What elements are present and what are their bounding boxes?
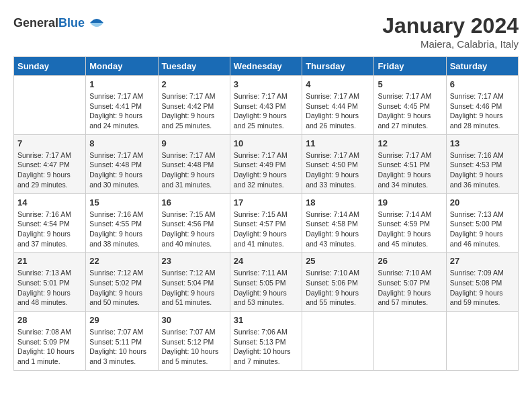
day-number: 14 <box>17 197 82 208</box>
day-cell: 11Sunrise: 7:17 AMSunset: 4:50 PMDayligh… <box>302 134 374 193</box>
day-cell: 9Sunrise: 7:17 AMSunset: 4:48 PMDaylight… <box>158 134 230 193</box>
day-number: 18 <box>306 197 370 208</box>
day-cell: 23Sunrise: 7:12 AMSunset: 5:04 PMDayligh… <box>158 253 230 312</box>
week-row-3: 14Sunrise: 7:16 AMSunset: 4:54 PMDayligh… <box>14 193 519 253</box>
column-header-saturday: Saturday <box>446 57 518 76</box>
day-info: Sunrise: 7:17 AMSunset: 4:43 PMDaylight:… <box>234 91 298 131</box>
logo-general: General <box>13 16 58 30</box>
day-info: Sunrise: 7:17 AMSunset: 4:48 PMDaylight:… <box>162 150 226 190</box>
day-cell: 31Sunrise: 7:06 AMSunset: 5:13 PMDayligh… <box>230 312 302 371</box>
day-cell: 22Sunrise: 7:12 AMSunset: 5:02 PMDayligh… <box>86 253 158 312</box>
day-number: 31 <box>234 315 298 325</box>
day-cell <box>302 312 374 371</box>
day-info: Sunrise: 7:17 AMSunset: 4:44 PMDaylight:… <box>306 91 370 131</box>
day-number: 26 <box>378 256 442 266</box>
day-cell: 1Sunrise: 7:17 AMSunset: 4:41 PMDaylight… <box>86 76 158 135</box>
day-cell: 13Sunrise: 7:16 AMSunset: 4:53 PMDayligh… <box>446 134 518 193</box>
day-info: Sunrise: 7:07 AMSunset: 5:11 PMDaylight:… <box>89 327 154 367</box>
day-cell: 17Sunrise: 7:15 AMSunset: 4:57 PMDayligh… <box>230 193 302 253</box>
day-number: 30 <box>162 315 226 325</box>
day-cell: 5Sunrise: 7:17 AMSunset: 4:45 PMDaylight… <box>374 76 446 135</box>
day-number: 29 <box>89 315 154 325</box>
day-info: Sunrise: 7:17 AMSunset: 4:48 PMDaylight:… <box>89 150 154 190</box>
logo-blue: Blue <box>58 16 85 30</box>
day-info: Sunrise: 7:11 AMSunset: 5:05 PMDaylight:… <box>234 268 298 308</box>
day-info: Sunrise: 7:15 AMSunset: 4:57 PMDaylight:… <box>234 210 298 249</box>
week-row-2: 7Sunrise: 7:17 AMSunset: 4:47 PMDaylight… <box>14 134 519 193</box>
day-info: Sunrise: 7:17 AMSunset: 4:47 PMDaylight:… <box>17 150 82 190</box>
column-header-sunday: Sunday <box>14 57 86 76</box>
day-info: Sunrise: 7:12 AMSunset: 5:04 PMDaylight:… <box>162 268 226 308</box>
day-number: 28 <box>17 315 82 325</box>
day-cell: 3Sunrise: 7:17 AMSunset: 4:43 PMDaylight… <box>230 76 302 135</box>
day-info: Sunrise: 7:13 AMSunset: 5:01 PMDaylight:… <box>17 268 82 308</box>
day-info: Sunrise: 7:07 AMSunset: 5:12 PMDaylight:… <box>162 327 226 367</box>
day-info: Sunrise: 7:17 AMSunset: 4:45 PMDaylight:… <box>378 91 442 131</box>
column-header-thursday: Thursday <box>302 57 374 76</box>
week-row-5: 28Sunrise: 7:08 AMSunset: 5:09 PMDayligh… <box>14 312 519 371</box>
day-number: 1 <box>89 79 154 89</box>
day-info: Sunrise: 7:16 AMSunset: 4:55 PMDaylight:… <box>89 210 154 249</box>
week-row-4: 21Sunrise: 7:13 AMSunset: 5:01 PMDayligh… <box>14 253 519 312</box>
day-number: 20 <box>450 197 515 208</box>
day-cell: 2Sunrise: 7:17 AMSunset: 4:42 PMDaylight… <box>158 76 230 135</box>
column-header-friday: Friday <box>374 57 446 76</box>
day-number: 3 <box>234 79 298 89</box>
day-cell: 28Sunrise: 7:08 AMSunset: 5:09 PMDayligh… <box>14 312 86 371</box>
day-number: 24 <box>234 256 298 266</box>
day-number: 22 <box>89 256 154 266</box>
column-header-wednesday: Wednesday <box>230 57 302 76</box>
day-cell: 16Sunrise: 7:15 AMSunset: 4:56 PMDayligh… <box>158 193 230 253</box>
day-info: Sunrise: 7:17 AMSunset: 4:49 PMDaylight:… <box>234 150 298 190</box>
day-number: 15 <box>89 197 154 208</box>
day-number: 2 <box>162 79 226 89</box>
day-cell: 14Sunrise: 7:16 AMSunset: 4:54 PMDayligh… <box>14 193 86 253</box>
week-row-1: 1Sunrise: 7:17 AMSunset: 4:41 PMDaylight… <box>14 76 519 135</box>
day-info: Sunrise: 7:16 AMSunset: 4:53 PMDaylight:… <box>450 150 515 190</box>
day-info: Sunrise: 7:17 AMSunset: 4:51 PMDaylight:… <box>378 150 442 190</box>
day-number: 5 <box>378 79 442 89</box>
day-cell: 21Sunrise: 7:13 AMSunset: 5:01 PMDayligh… <box>14 253 86 312</box>
day-cell: 24Sunrise: 7:11 AMSunset: 5:05 PMDayligh… <box>230 253 302 312</box>
logo: GeneralBlue <box>13 13 106 32</box>
day-number: 19 <box>378 197 442 208</box>
day-number: 11 <box>306 138 370 148</box>
day-cell: 10Sunrise: 7:17 AMSunset: 4:49 PMDayligh… <box>230 134 302 193</box>
day-cell: 25Sunrise: 7:10 AMSunset: 5:06 PMDayligh… <box>302 253 374 312</box>
day-number: 7 <box>17 138 82 148</box>
day-cell: 15Sunrise: 7:16 AMSunset: 4:55 PMDayligh… <box>86 193 158 253</box>
column-header-monday: Monday <box>86 57 158 76</box>
day-number: 8 <box>89 138 154 148</box>
day-number: 10 <box>234 138 298 148</box>
day-info: Sunrise: 7:10 AMSunset: 5:07 PMDaylight:… <box>378 268 442 308</box>
day-number: 9 <box>162 138 226 148</box>
day-info: Sunrise: 7:17 AMSunset: 4:50 PMDaylight:… <box>306 150 370 190</box>
day-number: 12 <box>378 138 442 148</box>
day-cell: 12Sunrise: 7:17 AMSunset: 4:51 PMDayligh… <box>374 134 446 193</box>
day-info: Sunrise: 7:16 AMSunset: 4:54 PMDaylight:… <box>17 210 82 249</box>
day-number: 16 <box>162 197 226 208</box>
day-number: 23 <box>162 256 226 266</box>
day-number: 27 <box>450 256 515 266</box>
month-year: January 2024 <box>382 13 519 38</box>
day-info: Sunrise: 7:17 AMSunset: 4:42 PMDaylight:… <box>162 91 226 131</box>
day-number: 4 <box>306 79 370 89</box>
day-info: Sunrise: 7:13 AMSunset: 5:00 PMDaylight:… <box>450 210 515 249</box>
day-info: Sunrise: 7:14 AMSunset: 4:58 PMDaylight:… <box>306 210 370 249</box>
day-number: 13 <box>450 138 515 148</box>
header-row: SundayMondayTuesdayWednesdayThursdayFrid… <box>14 57 519 76</box>
day-number: 17 <box>234 197 298 208</box>
day-cell: 8Sunrise: 7:17 AMSunset: 4:48 PMDaylight… <box>86 134 158 193</box>
calendar-table: SundayMondayTuesdayWednesdayThursdayFrid… <box>13 56 519 371</box>
logo-icon <box>87 13 106 32</box>
day-info: Sunrise: 7:15 AMSunset: 4:56 PMDaylight:… <box>162 210 226 249</box>
page-header: GeneralBlue January 2024 Maiera, Calabri… <box>13 13 519 50</box>
day-cell: 19Sunrise: 7:14 AMSunset: 4:59 PMDayligh… <box>374 193 446 253</box>
day-cell: 6Sunrise: 7:17 AMSunset: 4:46 PMDaylight… <box>446 76 518 135</box>
day-cell: 30Sunrise: 7:07 AMSunset: 5:12 PMDayligh… <box>158 312 230 371</box>
day-cell <box>374 312 446 371</box>
day-info: Sunrise: 7:14 AMSunset: 4:59 PMDaylight:… <box>378 210 442 249</box>
day-info: Sunrise: 7:17 AMSunset: 4:46 PMDaylight:… <box>450 91 515 131</box>
day-info: Sunrise: 7:10 AMSunset: 5:06 PMDaylight:… <box>306 268 370 308</box>
day-cell <box>446 312 518 371</box>
